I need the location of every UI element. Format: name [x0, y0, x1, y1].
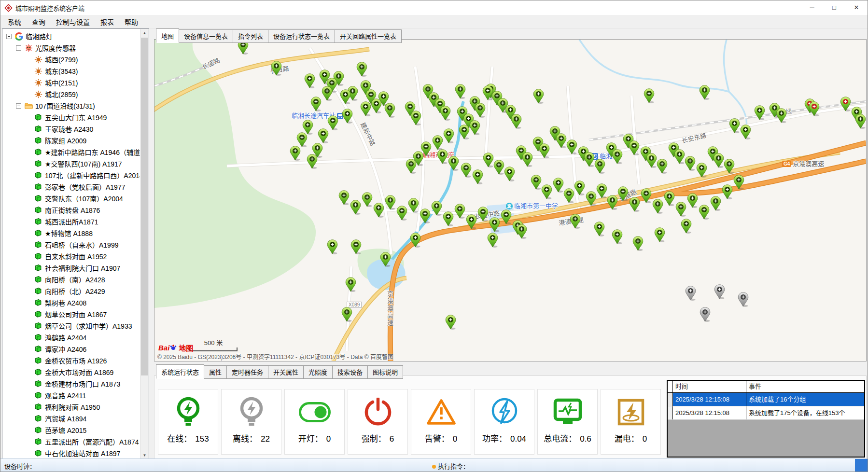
device-tree[interactable]: 临湘路灯光照度传感器城西(2799)城东(3543)城中(2151)城北(285…: [3, 30, 140, 459]
expander-icon[interactable]: [16, 45, 21, 51]
bottom-tab-3[interactable]: 开关属性: [268, 365, 304, 379]
map-pin-green[interactable]: [612, 229, 623, 244]
map-pin-green[interactable]: [459, 125, 470, 139]
map-pin-green[interactable]: [504, 167, 515, 181]
map-pin-green[interactable]: [327, 239, 338, 254]
map-pin-green[interactable]: [371, 98, 382, 113]
tree-item-root[interactable]: 临湘路灯: [3, 30, 140, 42]
map-tab-2[interactable]: 指令列表: [233, 29, 268, 43]
tree-item[interactable]: 向阳桥（北）A2429: [3, 285, 140, 297]
map-pin-green[interactable]: [360, 101, 371, 116]
column-time[interactable]: 时间: [673, 381, 746, 392]
map-pin-green[interactable]: [612, 149, 623, 164]
map-pin-green[interactable]: [531, 175, 542, 190]
map-pin-green[interactable]: [654, 227, 665, 242]
map-pin-green[interactable]: [469, 120, 480, 135]
map-pin-green[interactable]: [740, 125, 751, 139]
minimize-button[interactable]: ─: [801, 0, 823, 15]
map-pin-green[interactable]: [477, 207, 489, 222]
tree-item[interactable]: 金桥大市场对面 A1869: [3, 366, 140, 378]
tree-item[interactable]: 金桥农贸市场 A1926: [3, 355, 140, 366]
map-pin-green[interactable]: [685, 156, 696, 171]
map-pin-green[interactable]: [445, 315, 456, 330]
map-canvas[interactable]: 长盛路长白路临湘长途汽车站建新中路★临湘市政府临湘站长安东路京港线G4京港澳高速…: [154, 40, 866, 361]
map-pin-green[interactable]: [384, 103, 395, 118]
map-pin-green[interactable]: [437, 149, 448, 164]
map-pin-green[interactable]: [681, 219, 692, 234]
map-pin-green[interactable]: [327, 115, 338, 130]
map-pin-green[interactable]: [563, 188, 574, 203]
bottom-tab-0[interactable]: 系统运行状态: [156, 364, 204, 379]
tree-item[interactable]: ★博物馆 A1888: [3, 227, 140, 239]
title-bar[interactable]: 城市照明监控系统客户端 ─ □ ✕: [0, 0, 868, 15]
map-pin-green[interactable]: [629, 197, 640, 212]
map-pin-red[interactable]: [840, 97, 851, 111]
map-pin-green[interactable]: [432, 135, 443, 150]
map-pin-green[interactable]: [699, 85, 710, 100]
bottom-tab-4[interactable]: 光照度: [303, 365, 333, 379]
map-pin-green[interactable]: [296, 132, 308, 147]
map-pin-green[interactable]: [533, 89, 544, 104]
tree-item[interactable]: 梨树巷 A2408: [3, 297, 140, 308]
map-pin-green[interactable]: [696, 163, 707, 178]
menu-item-3[interactable]: 报表: [95, 15, 119, 28]
map-pin-green[interactable]: [574, 180, 585, 195]
event-row[interactable]: 2025/3/28 12:15:08系统加载了16个分组: [668, 393, 864, 406]
tree-item[interactable]: 城中(2151): [3, 77, 140, 88]
column-event[interactable]: 事件: [746, 381, 864, 392]
map-pin-green[interactable]: [410, 233, 421, 248]
map-pin-green[interactable]: [729, 118, 740, 133]
event-row[interactable]: 2025/3/28 12:15:08系统加载了175个设备，在线153个: [668, 406, 864, 420]
map-pin-red[interactable]: [809, 101, 820, 116]
map-pin-green[interactable]: [629, 140, 640, 155]
tree-item[interactable]: 观音路 A2411: [3, 389, 140, 401]
map-pin-green[interactable]: [584, 152, 595, 167]
tree-item[interactable]: 汽贸城 A1894: [3, 413, 140, 424]
map-pin-green[interactable]: [455, 84, 466, 99]
map-pin-green[interactable]: [345, 277, 356, 292]
map-tab-3[interactable]: 设备运行状态一览表: [268, 29, 335, 43]
map-pin-green[interactable]: [385, 195, 396, 210]
map-pin-green[interactable]: [657, 159, 668, 174]
map-pin-green[interactable]: [594, 159, 605, 174]
map-pin-green[interactable]: [733, 175, 744, 190]
tree-item[interactable]: 彭家巷（党校后面）A1977: [3, 181, 140, 193]
tree-item[interactable]: 交警队东（107南）A2004: [3, 193, 140, 204]
map-pin-green[interactable]: [724, 159, 735, 174]
tree-item[interactable]: 烟草公司对面 A1867: [3, 308, 140, 320]
map-pin-green[interactable]: [318, 128, 329, 143]
map-pin-green[interactable]: [443, 128, 454, 143]
map-pin-green[interactable]: [483, 153, 494, 167]
map-pin-green[interactable]: [340, 89, 351, 104]
map-pin-green[interactable]: [652, 199, 663, 214]
map-tab-1[interactable]: 设备信息一览表: [179, 29, 233, 43]
map-pin-green[interactable]: [553, 178, 564, 193]
map-pin-green[interactable]: [350, 200, 361, 215]
tree-item[interactable]: 金桥建材市场门口 A1873: [3, 378, 140, 389]
map-pin-green[interactable]: [431, 201, 442, 216]
tree-item[interactable]: 福利院对面 A1950: [3, 401, 140, 413]
tree-item[interactable]: 社会福利院大门口 A1907: [3, 262, 140, 274]
map-pin-gray[interactable]: [700, 307, 711, 322]
map-pin-green[interactable]: [607, 195, 618, 210]
map-pin-green[interactable]: [646, 153, 657, 168]
scrollbar-thumb[interactable]: [141, 38, 148, 375]
bottom-tab-2[interactable]: 定时器任务: [226, 365, 268, 379]
map-pin-green[interactable]: [501, 209, 512, 224]
map-pin-green[interactable]: [632, 236, 644, 251]
tree-item[interactable]: 向阳桥（南）A2428: [3, 274, 140, 285]
map-pin-green[interactable]: [687, 193, 698, 208]
map-pin-green[interactable]: [566, 139, 577, 154]
map-pin-green[interactable]: [443, 211, 454, 226]
map-pin-green[interactable]: [342, 109, 353, 124]
tree-item[interactable]: 五里派出所（富源汽配）A1874: [3, 436, 140, 447]
tree-group-0[interactable]: 光照度传感器: [3, 42, 140, 54]
tree-item[interactable]: 城北(2859): [3, 88, 140, 100]
map-pin-green[interactable]: [420, 208, 431, 223]
map-pin-green[interactable]: [408, 198, 419, 213]
map-tab-4[interactable]: 开关回路属性一览表: [335, 29, 402, 43]
map-pin-green[interactable]: [713, 153, 724, 168]
map-pin-green[interactable]: [493, 160, 504, 175]
map-pin-green[interactable]: [461, 163, 472, 178]
tree-item[interactable]: 城东(3543): [3, 65, 140, 77]
